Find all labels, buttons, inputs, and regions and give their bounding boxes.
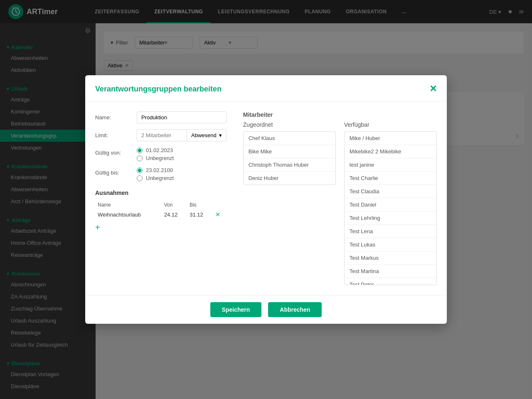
main-content: ▾ Filter Mitarbeiter Aktiv Aktive ✕ + 📋 … (96, 23, 532, 399)
verfuegbar-item-7[interactable]: Test Lena (345, 225, 436, 238)
zugeordnet-item-1[interactable]: Bike Mike (244, 145, 335, 158)
gueltig-bis-row: Gültig bis: 23.02.2100 Unbegrenzt (96, 167, 227, 181)
gueltig-bis-radio-group: 23.02.2100 Unbegrenzt (137, 167, 174, 181)
chevron-down-icon: ▾ (219, 132, 222, 138)
ausnahmen-table: Name Von Bis Weihnachtsurlaub (96, 200, 227, 219)
ausnahmen-name: Weihnachtsurlaub (96, 209, 162, 219)
zugeordnet-list: Chef Klaus Bike Mike Christoph Thomas Hu… (243, 131, 336, 185)
modal-footer: Speichern Abbrechen (96, 295, 447, 324)
gueltig-von-unbegrenzt-radio[interactable] (137, 155, 143, 161)
verfuegbar-item-8[interactable]: Test Lukas (345, 238, 436, 251)
limit-input-group: Abwesend ▾ (137, 129, 227, 141)
modal-body: Name: Limit: Abwesend ▾ (96, 101, 447, 295)
mitarbeiter-section-title: Mitarbeiter (243, 111, 437, 118)
gueltig-bis-unbegrenzt-option[interactable]: Unbegrenzt (137, 175, 174, 181)
zugeordnet-item-3[interactable]: Deniz Huber (244, 172, 335, 185)
gueltig-bis-date-radio[interactable] (137, 167, 143, 173)
verfuegbar-item-5[interactable]: Test Daniel (345, 198, 436, 212)
verfuegbar-item-6[interactable]: Test Lehrling (345, 212, 436, 225)
ausnahmen-bis: 31.12 (187, 209, 212, 219)
gueltig-bis-unbegrenzt-radio[interactable] (137, 175, 143, 181)
zugeordnet-item-2[interactable]: Christoph Thomas Huber (244, 158, 335, 172)
ausnahmen-col-bis: Bis (187, 200, 212, 209)
verfuegbar-item-9[interactable]: Test Markus (345, 251, 436, 265)
gueltig-von-date-option[interactable]: 01.02.2023 (137, 147, 174, 153)
modal-verantwortungsgruppen: Verantwortungsgruppen bearbeiten ✕ Name:… (96, 75, 447, 324)
mitarbeiter-section: Zugeordnet Chef Klaus Bike Mike Christop… (243, 121, 437, 285)
zugeordnet-column: Zugeordnet Chef Klaus Bike Mike Christop… (243, 121, 336, 285)
name-input[interactable] (137, 111, 227, 123)
verfuegbar-item-2[interactable]: test janine (345, 158, 436, 172)
limit-row: Limit: Abwesend ▾ (96, 129, 227, 141)
verfuegbar-item-4[interactable]: Test Claudia (345, 185, 436, 198)
ausnahmen-col-name: Name (96, 200, 162, 209)
zugeordnet-item-0[interactable]: Chef Klaus (244, 132, 335, 145)
verfuegbar-column: Verfügbar Mike / Huber Mikebike2 2 Mikeb… (344, 121, 437, 285)
ausnahmen-col-von: Von (162, 200, 187, 209)
gueltig-von-row: Gültig von: 01.02.2023 Unbegrenzt (96, 147, 227, 161)
save-button[interactable]: Speichern (210, 302, 262, 317)
verfuegbar-item-0[interactable]: Mike / Huber (345, 132, 436, 145)
modal-title: Verantwortungsgruppen bearbeiten (96, 85, 222, 94)
modal-left-column: Name: Limit: Abwesend ▾ (96, 111, 227, 285)
modal-right-column: Mitarbeiter Zugeordnet Chef Klaus Bike M… (243, 111, 437, 285)
gueltig-von-unbegrenzt-option[interactable]: Unbegrenzt (137, 155, 174, 161)
limit-label: Limit: (96, 132, 133, 138)
gueltig-bis-label: Gültig bis: (96, 167, 133, 176)
verfuegbar-list: Mike / Huber Mikebike2 2 Mikebike test j… (344, 131, 437, 285)
verfuegbar-item-1[interactable]: Mikebike2 2 Mikebike (345, 145, 436, 158)
ausnahmen-section: Ausnahmen Name Von Bis (96, 190, 227, 232)
name-row: Name: (96, 111, 227, 123)
verfuegbar-item-11[interactable]: Test Peter (345, 278, 436, 285)
gueltig-bis-date-option[interactable]: 23.02.2100 (137, 167, 174, 173)
ausnahmen-row: Weihnachtsurlaub 24.12 31.12 ✕ (96, 209, 227, 219)
verfuegbar-item-10[interactable]: Test Martina (345, 265, 436, 278)
limit-dropdown[interactable]: Abwesend ▾ (187, 129, 227, 141)
ausnahmen-title: Ausnahmen (96, 190, 227, 196)
ausnahmen-von: 24.12 (162, 209, 187, 219)
modal-close-button[interactable]: ✕ (429, 84, 437, 94)
modal-overlay: Verantwortungsgruppen bearbeiten ✕ Name:… (96, 23, 532, 399)
gueltig-von-date-radio[interactable] (137, 148, 143, 153)
verfuegbar-item-3[interactable]: Test Charlie (345, 172, 436, 185)
cancel-button[interactable]: Abbrechen (268, 302, 322, 317)
ausnahmen-add-button[interactable]: + (96, 223, 100, 232)
name-label: Name: (96, 114, 133, 121)
gueltig-von-radio-group: 01.02.2023 Unbegrenzt (137, 147, 174, 161)
ausnahmen-delete-icon[interactable]: ✕ (215, 211, 220, 218)
modal-header: Verantwortungsgruppen bearbeiten ✕ (96, 75, 447, 101)
app-body: ⚙ ▾ Kalender Abwesenheiten Aktivitäten ▾… (0, 23, 532, 399)
zugeordnet-label: Zugeordnet (243, 121, 336, 128)
verfuegbar-label: Verfügbar (344, 121, 437, 128)
gueltig-von-label: Gültig von: (96, 147, 133, 156)
limit-input[interactable] (137, 129, 187, 141)
